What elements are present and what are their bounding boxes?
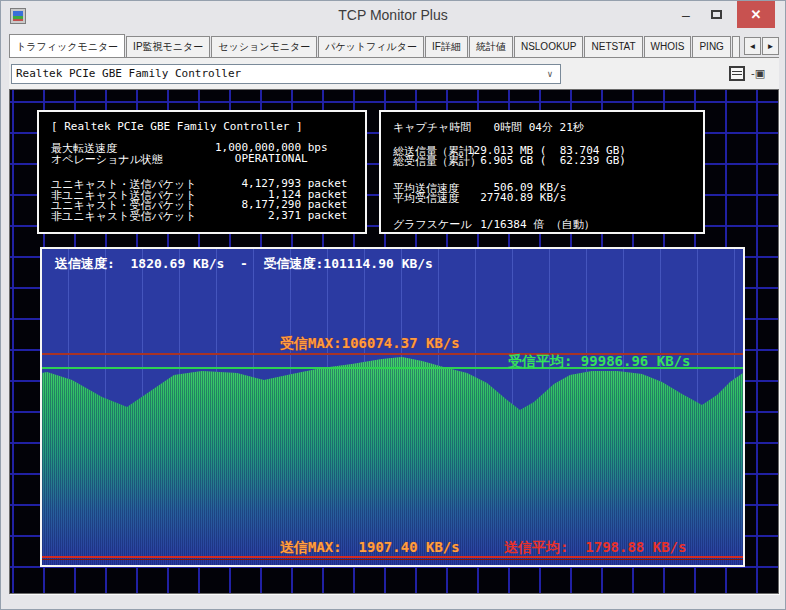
traffic-graph-panel: 送信速度: 1820.69 KB/s - 受信速度:101114.90 KB/s… [40, 247, 745, 567]
row-value: 27740.89 KB/s [467, 191, 566, 204]
close-button[interactable]: ✕ [737, 1, 775, 28]
panel-row: ユニキャスト・送信パケット 4,127,993 packet [39, 177, 365, 188]
panel-row: 非ユニキャスト受信パケット 2,371 packet [39, 209, 365, 220]
pin-button[interactable]: -▣ [751, 65, 769, 82]
recv-max-label: 受信MAX:106074.37 KB/s [280, 335, 460, 353]
tab[interactable]: PING [692, 36, 730, 57]
row-value: 6.905 GB ( 62.239 GB) [467, 154, 626, 167]
panel-row: 最大転送速度 1,000,000,000 bps [39, 141, 365, 152]
recv-avg-label: 受信平均: 99986.96 KB/s [508, 353, 690, 371]
tab[interactable]: WHOIS [644, 36, 692, 57]
info-panel-toggle-icon-line2 [732, 74, 742, 75]
tab[interactable]: パケットフィルター [318, 36, 424, 57]
adapter-combobox-value: Realtek PCIe GBE Family Controller [16, 67, 241, 80]
row-value: 0時間 04分 21秒 [467, 120, 584, 135]
info-panel-toggle-button[interactable] [728, 65, 746, 82]
tab-bar: トラフィックモニターIP監視モニターセッションモニターパケットフィルターIF詳細… [9, 34, 779, 57]
tab-partial[interactable] [732, 36, 740, 57]
maximize-icon [711, 10, 722, 19]
tab[interactable]: NSLOOKUP [514, 36, 584, 57]
panel-row: 平均受信速度 27740.89 KB/s [381, 191, 703, 202]
minimize-button[interactable]: – [673, 1, 699, 28]
monitor-canvas: [ Realtek PCIe GBE Family Controller ] 最… [9, 89, 779, 594]
panel-row: ユニキャスト・受信パケット 8,177,290 packet [39, 198, 365, 209]
send-avg-label: 送信平均: 1798.88 KB/s [504, 539, 686, 557]
tab[interactable]: セッションモニター [211, 36, 317, 57]
panel-row: 総送信量（累計） 129.013 MB ( 83.704 GB) [381, 144, 703, 155]
row-label: 平均受信速度 [393, 191, 459, 206]
recv-area-texture [42, 357, 743, 565]
window-title: TCP Monitor Plus [1, 7, 785, 23]
panel-row: 総受信量（累計） 6.905 GB ( 62.239 GB) [381, 154, 703, 165]
send-max-label: 送信MAX: 1907.40 KB/s [280, 539, 460, 557]
panel-row: グラフスケール 1/16384 倍 （自動） [381, 217, 703, 228]
row-value: 2,371 packet [215, 209, 347, 222]
row-value: 1/16384 倍 （自動） [467, 217, 595, 232]
tab-scroll-right-icon[interactable]: ► [762, 37, 779, 55]
panel-row: 平均送信速度 506.09 KB/s [381, 181, 703, 192]
capture-panel-rows: キャプチャ時間 0時間 04分 21秒 総送信量（累計） 129.013 MB … [381, 120, 703, 227]
title-bar[interactable]: TCP Monitor Plus – ✕ [1, 1, 785, 32]
tab[interactable]: 統計値 [469, 36, 513, 57]
adapter-info-panel: [ Realtek PCIe GBE Family Controller ] 最… [37, 110, 367, 234]
capture-stats-panel: キャプチャ時間 0時間 04分 21秒 総送信量（累計） 129.013 MB … [379, 110, 705, 234]
row-label: 非ユニキャスト受信パケット [51, 209, 197, 224]
pin-icon: -▣ [751, 67, 765, 79]
panel-row: キャプチャ時間 0時間 04分 21秒 [381, 120, 703, 131]
info-panel-toggle-icon-line1 [732, 71, 742, 72]
app-window: TCP Monitor Plus – ✕ トラフィックモニターIP監視モニターセ… [0, 0, 786, 610]
adapter-panel-rows: 最大転送速度 1,000,000,000 bps オペレーショナル状態 OPER… [39, 141, 365, 219]
adapter-panel-title: [ Realtek PCIe GBE Family Controller ] [51, 120, 303, 133]
send-avg-line [42, 559, 743, 560]
adapter-combobox[interactable]: Realtek PCIe GBE Family Controller ∨ [11, 64, 561, 84]
row-label: オペレーショナル状態 [51, 152, 163, 167]
tab[interactable]: IP監視モニター [126, 36, 210, 57]
tab-list: トラフィックモニターIP監視モニターセッションモニターパケットフィルターIF詳細… [9, 34, 732, 57]
traffic-area-chart [42, 249, 743, 565]
chevron-down-icon[interactable]: ∨ [542, 67, 558, 81]
current-speed-readout: 送信速度: 1820.69 KB/s - 受信速度:101114.90 KB/s [55, 255, 433, 273]
maximize-button[interactable] [703, 1, 729, 28]
traffic-graph: 送信速度: 1820.69 KB/s - 受信速度:101114.90 KB/s… [42, 249, 743, 565]
panel-row: 非ユニキャスト送信パケット 1,124 packet [39, 188, 365, 199]
row-label: グラフスケール [393, 217, 472, 232]
tab[interactable]: NETSTAT [584, 36, 642, 57]
row-label: キャプチャ時間 [393, 120, 471, 135]
tab[interactable]: IF詳細 [425, 36, 468, 57]
tab[interactable]: トラフィックモニター [9, 34, 125, 57]
row-value: OPERATIONAL [215, 152, 308, 165]
tab-scroll-buttons: ◄ ► [743, 37, 779, 55]
panel-row: オペレーショナル状態 OPERATIONAL [39, 152, 365, 163]
tab-scroll-left-icon[interactable]: ◄ [744, 37, 761, 55]
toolbar: Realtek PCIe GBE Family Controller ∨ -▣ [9, 57, 779, 89]
